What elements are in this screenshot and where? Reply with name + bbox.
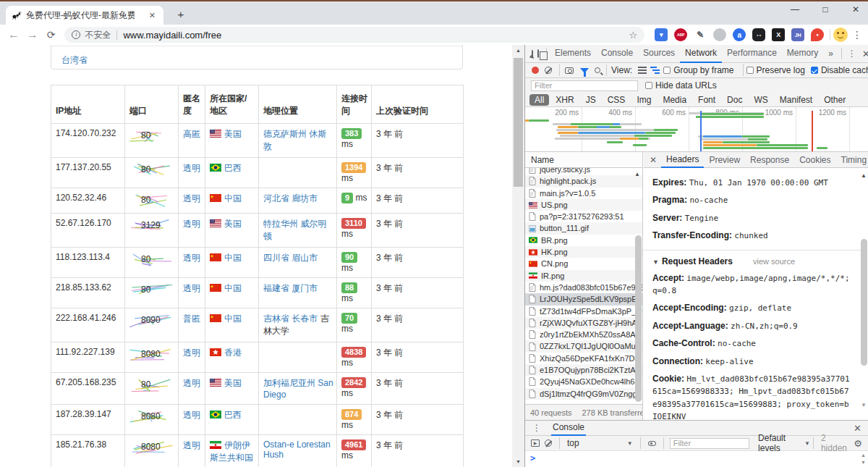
page-scrollbar-thumb[interactable] — [514, 58, 523, 187]
details-tab-timing[interactable]: Timing — [836, 153, 868, 167]
record-network-log-icon[interactable] — [532, 67, 539, 74]
drawer-menu-icon[interactable]: ⋮ — [529, 423, 544, 433]
browser-tab[interactable]: 免费代理-蚂蚁代理-最新免费代理 ✕ — [6, 6, 163, 25]
live-expression-icon[interactable] — [648, 441, 656, 446]
request-row[interactable]: main.js?v=1.0.5 — [525, 188, 643, 199]
country-link[interactable]: 巴西 — [224, 163, 242, 173]
location-link[interactable]: 德克萨斯州 休斯敦 — [263, 129, 326, 151]
use-large-rows-icon[interactable] — [638, 67, 647, 74]
jh-extension-icon[interactable]: JH — [791, 28, 804, 41]
clipper-extension-icon[interactable]: ✎ — [694, 28, 707, 41]
request-row[interactable]: 0ZZ7kxL7Ql1JgUQl0OaMuA — [525, 340, 643, 352]
headers-scroll-down-icon[interactable]: ▼ — [861, 402, 867, 408]
headers-scrollbar-thumb[interactable] — [861, 239, 867, 366]
request-row[interactable]: HK.png — [525, 246, 643, 258]
location-link[interactable]: 吉林省 长春市 — [263, 314, 318, 324]
back-button[interactable]: ← — [4, 28, 23, 41]
browser-menu-icon[interactable]: ⋮ — [852, 29, 862, 41]
filter-icon[interactable] — [580, 68, 589, 73]
type-filter-doc[interactable]: Doc — [722, 94, 747, 106]
headers-scroll-up-icon[interactable]: ▲ — [861, 172, 867, 179]
console-scroll-up-icon[interactable]: ▲ — [861, 453, 866, 458]
anonymity-link[interactable]: 普匿 — [183, 314, 200, 324]
log-levels-select[interactable]: Default levels ▼ — [758, 433, 810, 453]
request-row[interactable]: XhizQa56DpeKFA1fxKn7Dg — [525, 353, 643, 364]
reload-button[interactable]: ⟳ — [42, 29, 61, 41]
forward-button[interactable]: → — [23, 28, 42, 41]
devtools-tab-performance[interactable]: Performance — [722, 45, 782, 63]
province-link[interactable]: 台湾省 — [61, 54, 88, 67]
anonymity-link[interactable]: 透明 — [183, 378, 200, 388]
type-filter-media[interactable]: Media — [658, 94, 692, 106]
hide-data-urls-label[interactable]: Hide data URLs — [655, 80, 717, 91]
type-filter-manifest[interactable]: Manifest — [775, 94, 817, 106]
anonymity-link[interactable]: 高匿 — [183, 129, 200, 139]
type-filter-js[interactable]: JS — [581, 94, 601, 106]
profile-avatar[interactable] — [833, 28, 848, 42]
blue-download-extension-icon[interactable]: ▾ — [655, 28, 668, 41]
devtools-tab-memory[interactable]: Memory — [782, 45, 823, 63]
type-filter-all[interactable]: All — [529, 94, 549, 106]
search-icon[interactable] — [595, 67, 600, 73]
devtools-tab-sources[interactable]: Sources — [638, 45, 680, 63]
anonymity-link[interactable]: 透明 — [183, 253, 200, 263]
clear-console-icon[interactable] — [545, 439, 552, 447]
gray-sphere-extension-icon[interactable] — [713, 28, 726, 41]
console-tab[interactable]: Console — [551, 421, 586, 436]
country-link[interactable]: 美国 — [224, 378, 242, 388]
adblock-plus-extension-icon[interactable]: ABP — [674, 28, 687, 41]
clear-network-log-icon[interactable] — [545, 67, 552, 74]
console-filter-input[interactable]: Filter — [670, 438, 749, 449]
network-overview-timeline[interactable]: 200 ms400 ms600 ms800 ms1000 ms1200 ms — [525, 107, 868, 152]
request-row[interactable]: tZ73d1tw4dFPsDmaK3pP_w — [525, 306, 643, 317]
drawer-close-icon[interactable]: ✕ — [847, 423, 868, 434]
devtools-menu-icon[interactable]: ⋮ — [845, 49, 859, 59]
devtools-close-icon[interactable]: ✕ — [859, 49, 868, 59]
request-row[interactable]: dSj1ltmzQ4frQG9mV0Zngg — [525, 388, 643, 400]
location-link[interactable]: 河北省 廊坊市 — [263, 193, 318, 203]
country-link[interactable]: 中国 — [224, 314, 242, 324]
device-toolbar-icon[interactable] — [537, 49, 539, 58]
anonymity-link[interactable]: 透明 — [183, 348, 200, 358]
disable-cache-checkbox[interactable] — [811, 67, 818, 74]
country-link[interactable]: 美国 — [224, 219, 242, 229]
preserve-log-label[interactable]: Preserve log — [757, 65, 805, 75]
request-row[interactable]: US.png — [525, 199, 643, 211]
bookmark-star-icon[interactable]: ☆ — [629, 30, 638, 41]
request-row[interactable]: e1B7OQujypn78Bci2KTztA — [525, 364, 643, 376]
inspect-element-icon[interactable] — [532, 50, 533, 58]
anonymity-link[interactable]: 透明 — [183, 440, 200, 450]
group-by-frame-checkbox[interactable] — [663, 67, 671, 74]
requests-scrollbar-thumb[interactable] — [635, 235, 642, 402]
request-row[interactable]: button_111.gif — [525, 222, 643, 234]
request-row[interactable]: BR.png — [525, 235, 643, 246]
group-by-frame-label[interactable]: Group by frame — [673, 65, 733, 75]
requests-name-header[interactable]: Name — [525, 152, 643, 168]
location-link[interactable]: 福建省 厦门市 — [263, 283, 318, 293]
request-row[interactable]: IR.png — [525, 270, 643, 282]
window-close-button[interactable]: ✕ — [851, 4, 861, 14]
request-row[interactable]: rZjXWJQvfuXTGZ8Y-jH9hA — [525, 317, 643, 329]
country-link[interactable]: 中国 — [224, 253, 242, 263]
hide-data-urls-checkbox[interactable] — [645, 82, 652, 89]
details-tab-response[interactable]: Response — [745, 153, 794, 167]
console-prompt[interactable]: > ▲ ▼ — [525, 451, 868, 467]
show-overview-icon[interactable] — [650, 67, 660, 74]
scroll-down-icon[interactable]: ▼ — [512, 456, 524, 467]
country-link[interactable]: 中国 — [224, 193, 242, 203]
preserve-log-checkbox[interactable] — [746, 67, 754, 74]
request-row[interactable]: highlight.pack.js — [525, 175, 643, 187]
hidden-messages-count[interactable]: 2 hidden — [821, 433, 849, 453]
location-link[interactable]: Ostan-e Lorestan Hush — [263, 439, 331, 460]
request-row[interactable]: hm.js?dad083bfc015b67e98395a37701615ca — [525, 282, 643, 293]
url-text[interactable]: www.mayidaili.com/free — [123, 30, 221, 41]
execution-context-select[interactable]: top ▼ — [563, 438, 637, 448]
request-headers-section[interactable]: ▼Request Headersview source — [652, 256, 851, 266]
request-row[interactable]: CN.png — [525, 258, 643, 269]
anonymity-link[interactable]: 透明 — [183, 193, 200, 203]
anonymity-link[interactable]: 透明 — [183, 219, 200, 229]
type-filter-xhr[interactable]: XHR — [550, 94, 579, 106]
more-panels-icon[interactable]: » — [823, 46, 838, 62]
request-row[interactable]: pa?p=2:3175276293:51 — [525, 211, 643, 222]
type-filter-css[interactable]: CSS — [603, 94, 631, 106]
